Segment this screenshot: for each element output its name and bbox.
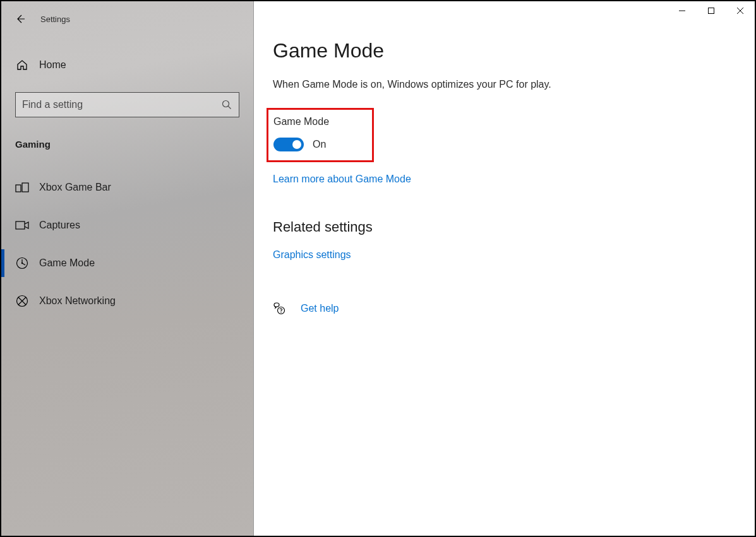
sidebar-item-xbox-networking[interactable]: Xbox Networking bbox=[1, 282, 253, 320]
nav-list: Xbox Game Bar Captures Game Mode Xbox Ne… bbox=[1, 168, 253, 320]
settings-window: Settings Home Gaming Xbox Game Bar bbox=[1, 1, 755, 536]
game-mode-toggle[interactable] bbox=[273, 138, 304, 151]
search-icon bbox=[221, 99, 232, 110]
window-controls bbox=[668, 1, 755, 20]
svg-rect-1 bbox=[709, 8, 714, 14]
sidebar-item-label: Xbox Game Bar bbox=[39, 182, 111, 193]
sidebar-item-label: Xbox Networking bbox=[39, 295, 116, 307]
help-icon bbox=[273, 302, 285, 315]
game-mode-label: Game Mode bbox=[273, 116, 329, 127]
svg-point-4 bbox=[223, 101, 229, 107]
close-button[interactable] bbox=[726, 1, 755, 20]
game-mode-state: On bbox=[313, 139, 326, 150]
home-icon bbox=[15, 58, 29, 72]
svg-rect-6 bbox=[16, 185, 21, 192]
sidebar-item-game-mode[interactable]: Game Mode bbox=[1, 244, 253, 282]
back-button[interactable] bbox=[13, 11, 28, 27]
svg-rect-8 bbox=[16, 221, 25, 229]
gamemode-icon bbox=[15, 256, 29, 270]
sidebar-item-xbox-game-bar[interactable]: Xbox Game Bar bbox=[1, 168, 253, 206]
related-settings-header: Related settings bbox=[273, 219, 755, 235]
captures-icon bbox=[15, 218, 29, 232]
highlight-annotation: Game Mode On bbox=[267, 108, 374, 162]
main-content: Game Mode When Game Mode is on, Windows … bbox=[254, 1, 755, 536]
graphics-settings-link[interactable]: Graphics settings bbox=[273, 249, 351, 261]
svg-point-13 bbox=[280, 312, 281, 313]
sidebar-item-captures[interactable]: Captures bbox=[1, 206, 253, 244]
home-nav[interactable]: Home bbox=[1, 50, 253, 80]
game-mode-toggle-row: On bbox=[273, 138, 329, 151]
svg-line-5 bbox=[228, 106, 231, 109]
help-row: Get help bbox=[273, 302, 755, 315]
svg-point-10 bbox=[21, 263, 23, 264]
get-help-link[interactable]: Get help bbox=[301, 303, 339, 314]
svg-rect-7 bbox=[22, 183, 28, 192]
home-label: Home bbox=[39, 59, 66, 71]
sidebar: Settings Home Gaming Xbox Game Bar bbox=[1, 1, 254, 536]
page-description: When Game Mode is on, Windows optimizes … bbox=[273, 79, 755, 90]
gamebar-icon bbox=[15, 180, 29, 194]
minimize-button[interactable] bbox=[668, 1, 697, 20]
xbox-icon bbox=[15, 294, 29, 308]
search-box[interactable] bbox=[15, 92, 239, 117]
header-row: Settings bbox=[1, 9, 253, 29]
sidebar-item-label: Captures bbox=[39, 220, 80, 231]
learn-more-link[interactable]: Learn more about Game Mode bbox=[273, 174, 411, 185]
app-title: Settings bbox=[40, 15, 70, 24]
maximize-button[interactable] bbox=[697, 1, 726, 20]
search-input[interactable] bbox=[22, 99, 221, 110]
sidebar-item-label: Game Mode bbox=[39, 257, 95, 269]
page-title: Game Mode bbox=[273, 39, 755, 62]
search-wrap bbox=[15, 92, 239, 117]
category-header: Gaming bbox=[1, 130, 253, 168]
toggle-knob bbox=[292, 140, 301, 149]
